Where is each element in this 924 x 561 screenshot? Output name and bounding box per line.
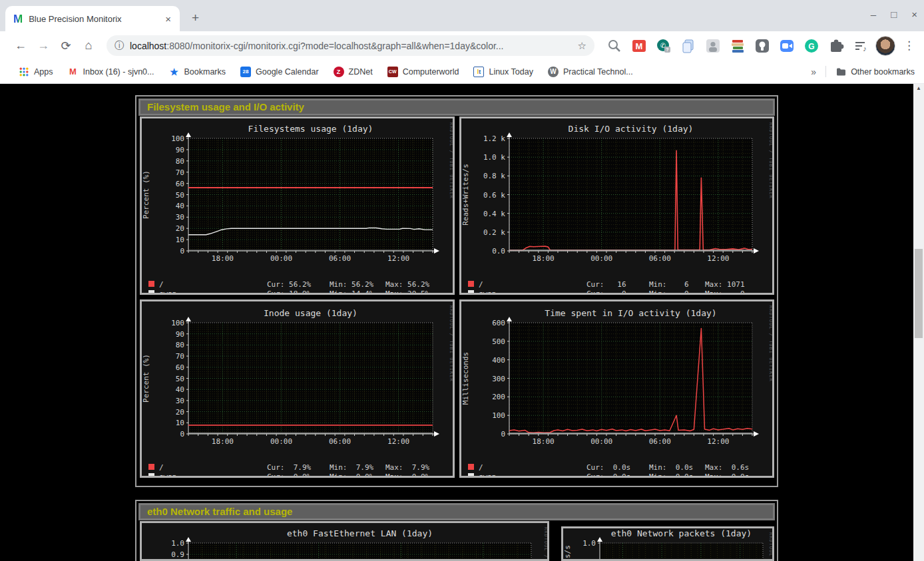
legend-min-value: Min: 0.0% [330,472,373,478]
page-scrollbar[interactable]: ▲ [913,84,924,561]
search-extension-icon[interactable] [606,38,622,54]
legend-series-name: swap [159,289,177,295]
bookmark-label: Google Calendar [256,67,319,77]
copy-extension-icon[interactable] [680,38,696,54]
browser-menu-icon[interactable]: ⋮ [903,39,915,53]
extension-icons: M✆?G♪ [606,38,869,54]
close-button[interactable]: × [911,7,917,22]
y-tick-label: 0.0 [492,247,505,256]
chart-panel-filesystems-usage[interactable]: 100908070605040302010018:0000:0006:0012:… [140,116,455,295]
gmail-extension-icon[interactable]: M [631,38,647,54]
legend-row-root: /Cur: 16Min: 6Max: 1071 [461,280,772,289]
browser-tab[interactable]: M Blue Precision Monitorix × [5,6,180,31]
address-bar[interactable]: ⓘ localhost:8080/monitorix-cgi/monitorix… [107,35,594,56]
x-tick-label: 12:00 [387,254,409,263]
y-tick-label: 1.0 [171,539,184,548]
section-title: Filesystem usage and I/O activity [140,100,773,114]
bookmark-item-1[interactable]: MInbox (16) - sjvn0... [68,67,154,77]
puzzle-extension-icon[interactable] [828,38,844,54]
legend-series-name: / [479,280,483,289]
page-info-icon[interactable]: ⓘ [115,40,124,52]
reload-button[interactable]: ⟳ [55,39,77,53]
home-button[interactable]: ⌂ [77,39,100,53]
forward-button[interactable]: → [32,39,55,53]
y-tick-label: 40 [176,385,184,394]
other-bookmarks-button[interactable]: Other bookmarks [835,67,915,77]
y-tick-label: 100 [492,411,505,420]
y-tick-label: 0 [180,247,184,256]
y-tick-label: 200 [492,393,505,401]
profile-avatar[interactable] [875,36,895,56]
scrollbar-thumb[interactable] [915,249,923,338]
legend-max-value: Max: 0.0% [385,472,429,478]
tab-strip: M Blue Precision Monitorix × + – □ × [0,0,924,31]
bookmark-item-2[interactable]: ★Bookmarks [169,67,226,77]
grammarly-extension-icon[interactable]: G [804,38,819,54]
svg-text:?: ? [666,47,668,52]
legend-max-value: Max: 0.0s [705,472,749,478]
url-path: :8080/monitorix-cgi/monitorix.cgi?mode=l… [166,41,503,51]
monitorix-favicon-icon: M [13,13,23,25]
legend-min-value: Min: 0.0s [649,463,693,472]
legend-row-swap: swapCur: 0.0%Min: 0.0%Max: 0.0% [142,472,453,478]
y-tick-label: 0.6 k [483,191,505,200]
back-button[interactable]: ← [9,39,32,53]
x-tick-label: 06:00 [329,254,351,263]
legend-color-swatch [468,473,474,478]
legend-max-value: Max: 1071 [705,280,745,289]
bookmark-star-icon[interactable]: ☆ [578,40,586,52]
tab-close-icon[interactable]: × [163,13,173,25]
legend-min-value: Min: 0 [649,289,689,295]
y-tick-label: 40 [176,202,184,210]
window-controls: – □ × [871,7,917,22]
bookmark-item-0[interactable]: Apps [19,67,53,77]
chart-panel-inode-usage[interactable]: 100908070605040302010018:0000:0006:0012:… [140,299,455,478]
playlist-extension-icon[interactable]: ♪ [853,38,869,54]
legend-series-name: / [479,463,483,472]
y-axis-label: Packets/s [563,545,572,561]
chart-panel-eth0-packets[interactable]: 1.018:0000:0006:0012:00eth0 Network pack… [561,526,774,561]
bookmark-item-6[interactable]: ltLinux Today [473,67,533,77]
url-text[interactable]: localhost:8080/monitorix-cgi/monitorix.c… [130,41,573,51]
x-tick-label: 18:00 [212,437,234,446]
browser-window: M Blue Precision Monitorix × + – □ × ← →… [0,0,924,561]
bookmark-item-7[interactable]: WPractical Technol... [548,67,633,77]
svg-text:♪: ♪ [863,45,867,53]
scrollbar-up-arrow-icon[interactable]: ▲ [913,85,924,91]
bookmark-label: Apps [34,67,53,77]
y-tick-label: 10 [176,419,184,427]
chart-title: Filesystems usage (1day) [248,124,373,134]
chart-panel-eth0-lan[interactable]: 1.00.918:0000:0006:0012:00eth0 FastEther… [140,521,549,561]
x-tick-label: 00:00 [270,254,292,263]
person-extension-icon[interactable] [705,38,721,54]
chart-title: Disk I/O activity (1day) [569,124,694,134]
y-tick-label: 20 [176,224,184,233]
bookmark-item-3[interactable]: 28Google Calendar [240,67,319,77]
new-tab-button[interactable]: + [192,11,199,25]
zoom-video-extension-icon[interactable] [779,38,795,54]
legend-row-swap: swapCur: 0.0sMin: 0.0sMax: 0.0s [461,472,772,478]
maximize-button[interactable]: □ [891,7,897,22]
chart-panel-time-in-io[interactable]: 600500400300200100018:0000:0006:0012:00T… [459,299,774,478]
bookmark-item-4[interactable]: ZZDNet [334,67,373,77]
y-tick-label: 100 [171,319,184,327]
bookmark-label: Computerworld [403,67,459,77]
bookmark-item-5[interactable]: CWComputerworld [387,67,459,77]
chart-title: Time spent in I/O activity (1day) [545,308,716,318]
y-tick-label: 80 [176,341,184,349]
legend-series-name: swap [479,472,497,478]
bookmarks-bar: AppsMInbox (16) - sjvn0...★Bookmarks28Go… [0,60,924,84]
books-extension-icon[interactable] [730,38,746,54]
bookmarks-overflow-chevrons[interactable]: » [811,67,816,77]
chart-panel-disk-io-activity[interactable]: 1.2 k1.0 k0.8 k0.6 k0.4 k0.2 k0.018:0000… [459,116,774,295]
voice-extension-icon[interactable]: ✆? [656,38,672,54]
rrdtool-watermark: RRDTOOL / TOBI OETIKER [543,527,547,561]
legend-max-value: Max: 56.2% [385,280,429,289]
tab-title: Blue Precision Monitorix [29,14,163,24]
legend-color-swatch [468,290,474,295]
y-tick-label: 300 [492,375,505,383]
minimize-button[interactable]: – [871,7,876,22]
legend-cur-value: Cur: 18.9% [267,289,311,295]
keeper-extension-icon[interactable] [754,38,770,54]
other-bookmarks-label: Other bookmarks [851,67,915,77]
